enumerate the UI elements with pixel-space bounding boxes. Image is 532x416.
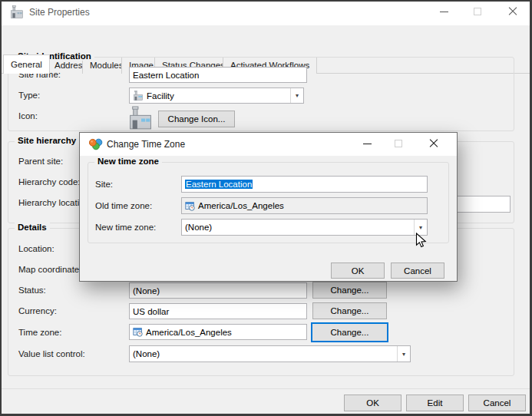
currency-field[interactable]: US dollar [129, 303, 307, 319]
type-value: Facility [147, 91, 174, 101]
group-title: New time zone [94, 157, 162, 166]
type-combobox[interactable]: Facility ▾ [129, 87, 304, 104]
site-properties-window: Site Properties General Address Modules … [0, 0, 532, 416]
new-time-zone-combobox[interactable]: (None) ▾ [181, 219, 428, 236]
ok-button[interactable]: OK [344, 395, 401, 411]
modal-minimize-button[interactable] [355, 133, 378, 154]
titlebar: Site Properties [0, 0, 532, 25]
location-label: Location: [18, 244, 55, 253]
value-list-value: (None) [133, 349, 160, 358]
new-time-zone-value: (None) [185, 223, 212, 232]
site-name-field[interactable]: Eastern Location [129, 67, 307, 83]
edit-button[interactable]: Edit [406, 395, 464, 411]
chevron-down-icon[interactable]: ▾ [290, 88, 303, 103]
maximize-button[interactable] [464, 0, 491, 23]
group-title: Site hierarchy [15, 136, 79, 145]
old-time-zone-field: America/Los_Angeles [181, 197, 428, 214]
factory-app-icon [10, 5, 24, 22]
old-time-zone-label: Old time zone: [95, 201, 152, 210]
site-name-value: Eastern Location [133, 71, 199, 80]
value-list-control-label: Value list control: [18, 349, 85, 358]
time-zone-change-button[interactable]: Change... [311, 322, 388, 342]
new-time-zone-label: New time zone: [95, 223, 156, 232]
currency-label: Currency: [18, 306, 57, 315]
currency-change-button[interactable]: Change... [312, 302, 387, 319]
tab-general[interactable]: General [3, 54, 50, 74]
currency-value: US dollar [133, 307, 169, 316]
cancel-button[interactable]: Cancel [468, 395, 526, 411]
modal-cancel-button[interactable]: Cancel [391, 262, 444, 279]
status-value: (None) [133, 286, 160, 295]
modal-site-field[interactable]: Eastern Location [181, 176, 428, 193]
site-label: Site: [95, 180, 113, 189]
spheres-app-icon [89, 138, 103, 154]
modal-site-value: Eastern Location [185, 180, 253, 189]
timezone-calendar-icon [133, 327, 143, 337]
change-time-zone-dialog: Change Time Zone New time zone Site: Eas… [79, 132, 458, 282]
site-icon-preview [127, 106, 154, 134]
time-zone-label: Time zone: [18, 328, 61, 337]
status-label: Status: [18, 286, 46, 295]
change-icon-button[interactable]: Change Icon... [158, 111, 235, 127]
modal-title: Change Time Zone [107, 139, 185, 150]
group-title: Details [15, 223, 50, 232]
parent-site-label: Parent site: [18, 157, 63, 166]
time-zone-field[interactable]: America/Los_Angeles [129, 324, 307, 340]
timezone-calendar-icon [185, 201, 195, 211]
minimize-button[interactable] [431, 0, 457, 23]
close-button[interactable] [500, 0, 526, 23]
window-title: Site Properties [29, 7, 90, 18]
modal-titlebar: Change Time Zone [80, 133, 457, 156]
chevron-down-icon[interactable]: ▾ [397, 346, 410, 362]
old-time-zone-value: America/Los_Angeles [198, 201, 284, 210]
modal-close-button[interactable] [422, 133, 445, 154]
icon-label: Icon: [18, 111, 38, 121]
hierarchy-code-label: Hierarchy code: [18, 177, 81, 187]
facility-icon [133, 91, 144, 101]
modal-ok-button[interactable]: OK [331, 262, 385, 279]
mouse-cursor [415, 233, 427, 252]
value-list-combobox[interactable]: (None) ▾ [129, 345, 411, 362]
map-coordinates-label: Map coordinates: [18, 265, 86, 274]
status-change-button[interactable]: Change... [312, 282, 387, 299]
type-label: Type: [18, 91, 40, 100]
status-field[interactable]: (None) [129, 282, 307, 299]
time-zone-value: America/Los_Angeles [146, 328, 232, 337]
modal-maximize-button [387, 133, 410, 154]
tab-strip: General Address Modules Image Status Cha… [0, 25, 532, 48]
